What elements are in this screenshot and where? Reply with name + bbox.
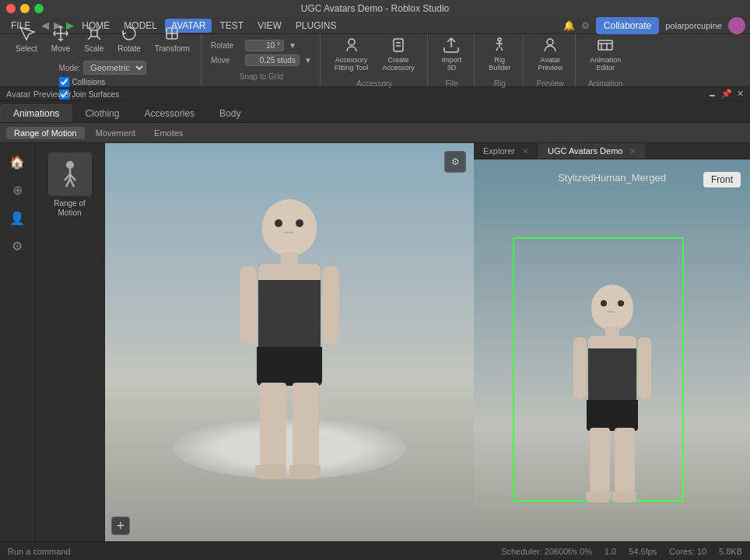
avatar-foot-left bbox=[255, 465, 286, 479]
move-tool[interactable]: Move bbox=[45, 21, 76, 56]
model-name: StylizedHuman_Merged bbox=[558, 172, 666, 184]
notification-icon[interactable]: 🔔 bbox=[563, 20, 575, 31]
right-avatar-shorts bbox=[587, 400, 638, 431]
window-title: UGC Avatars Demo - Roblox Studio bbox=[301, 3, 450, 14]
cores-value: Cores: 10 bbox=[669, 547, 706, 556]
left-sidebar: 🏠 ⊕ 👤 ⚙ bbox=[0, 143, 35, 541]
animation-editor-btn[interactable]: AnimationEditor bbox=[584, 33, 627, 75]
file-group: Import3D File bbox=[429, 34, 475, 86]
animation-label: Range ofMotion bbox=[54, 199, 86, 218]
viewport-settings-btn[interactable]: ⚙ bbox=[444, 151, 466, 173]
right-avatar-arm-right bbox=[638, 338, 651, 398]
avatar-arm-left bbox=[240, 266, 257, 344]
right-avatar bbox=[566, 285, 659, 495]
animations-panel: Range ofMotion bbox=[35, 143, 105, 541]
rig-builder-btn[interactable]: RigBuilder bbox=[482, 33, 517, 75]
header-controls[interactable]: 🗕 📌 ✕ bbox=[708, 89, 744, 99]
add-button[interactable]: + bbox=[111, 516, 130, 535]
avatar-shorts bbox=[257, 347, 322, 386]
tab-clothing[interactable]: Clothing bbox=[72, 105, 131, 122]
tab-body[interactable]: Body bbox=[207, 105, 253, 122]
sidebar-icon-home[interactable]: 🏠 bbox=[5, 149, 30, 174]
animation-group: AnimationEditor Animation bbox=[577, 34, 633, 86]
avatar-figure bbox=[227, 199, 352, 464]
right-panel: Explorer ✕ UGC Avatars Demo ✕ StylizedHu… bbox=[474, 143, 750, 541]
svg-line-25 bbox=[66, 179, 70, 187]
ugc-close-icon[interactable]: ✕ bbox=[629, 147, 636, 156]
size-value: 5.8KB bbox=[719, 547, 742, 556]
menu-test[interactable]: TEST bbox=[213, 19, 250, 33]
right-tab-explorer[interactable]: Explorer ✕ bbox=[474, 143, 538, 159]
svg-point-15 bbox=[498, 38, 501, 41]
close-button[interactable] bbox=[6, 4, 16, 13]
menu-view[interactable]: VIEW bbox=[251, 19, 288, 33]
view-front-button[interactable]: Front bbox=[703, 172, 741, 187]
avatar-eye-right bbox=[296, 219, 303, 227]
menu-plugins[interactable]: PLUGINS bbox=[289, 19, 343, 33]
username: polarporcupine bbox=[665, 21, 722, 30]
avatar-arm-right bbox=[322, 266, 339, 344]
accessory-fitting-tool-btn[interactable]: AccessoryFitting Tool bbox=[328, 33, 374, 75]
right-avatar-head bbox=[591, 285, 633, 330]
subtab-range-of-motion[interactable]: Range of Motion bbox=[6, 127, 85, 139]
framerate-value: 54.6fps bbox=[629, 547, 657, 556]
avatar-3d bbox=[227, 199, 352, 464]
fps-value: 1.0 bbox=[605, 547, 616, 556]
scheduler-status: Scheduler: 20600f/s 0% bbox=[501, 547, 592, 556]
pin-panel-icon[interactable]: 📌 bbox=[721, 89, 732, 99]
toolbar: Select Move Scale Rotate Transform Mode: bbox=[0, 34, 750, 87]
right-panel-viewport[interactable]: StylizedHuman_Merged Front bbox=[474, 159, 750, 541]
settings-icon[interactable]: ⚙ bbox=[581, 20, 590, 31]
animation-item-range-of-motion[interactable]: Range ofMotion bbox=[39, 149, 101, 221]
svg-rect-11 bbox=[394, 39, 403, 51]
scale-tool[interactable]: Scale bbox=[78, 21, 110, 56]
avatar-eye-left bbox=[275, 219, 282, 227]
tools-group: Select Move Scale Rotate Transform Mode: bbox=[5, 34, 202, 86]
transform-tool[interactable]: Transform bbox=[149, 21, 196, 56]
right-avatar-foot-right bbox=[612, 492, 636, 502]
right-avatar-leg-left bbox=[590, 428, 610, 495]
tab-animations[interactable]: Animations bbox=[0, 104, 72, 122]
minimize-button[interactable] bbox=[20, 4, 30, 13]
command-prompt[interactable]: Run a command bbox=[8, 547, 489, 556]
right-avatar-figure bbox=[566, 285, 659, 495]
svg-point-16 bbox=[547, 39, 553, 45]
panels-area: 🏠 ⊕ 👤 ⚙ Range ofMotion ⚙ bbox=[0, 143, 750, 541]
status-bar: Run a command Scheduler: 20600f/s 0% 1.0… bbox=[0, 541, 750, 560]
svg-line-3 bbox=[88, 27, 91, 30]
sidebar-icon-person[interactable]: 👤 bbox=[5, 205, 30, 230]
tabs-bar: Animations Clothing Accessories Body bbox=[0, 101, 750, 123]
right-tab-ugc[interactable]: UGC Avatars Demo ✕ bbox=[538, 143, 646, 159]
animation-thumbnail bbox=[48, 152, 92, 196]
select-tool[interactable]: Select bbox=[9, 21, 44, 56]
import-3d-btn[interactable]: Import3D bbox=[436, 33, 468, 75]
rotate-tool[interactable]: Rotate bbox=[111, 21, 146, 56]
svg-point-21 bbox=[66, 161, 74, 169]
create-accessory-btn[interactable]: CreateAccessory bbox=[376, 33, 421, 75]
subtab-emotes[interactable]: Emotes bbox=[146, 127, 191, 139]
traffic-lights[interactable] bbox=[6, 4, 44, 13]
collaborate-button[interactable]: Collaborate bbox=[596, 17, 659, 34]
close-panel-icon[interactable]: ✕ bbox=[737, 89, 744, 99]
maximize-button[interactable] bbox=[34, 4, 44, 13]
tab-accessories[interactable]: Accessories bbox=[131, 105, 207, 122]
sidebar-icon-settings[interactable]: ⚙ bbox=[5, 233, 30, 258]
subtab-movement[interactable]: Movement bbox=[88, 127, 143, 139]
svg-rect-2 bbox=[91, 30, 97, 37]
right-avatar-leg-right bbox=[615, 428, 635, 495]
avatar-preview-btn[interactable]: AvatarPreview bbox=[531, 33, 569, 75]
preview-group: AvatarPreview Preview bbox=[525, 34, 576, 86]
collisions-checkbox[interactable] bbox=[59, 77, 69, 87]
explorer-close-icon[interactable]: ✕ bbox=[522, 147, 528, 156]
avatar-previewer-title: Avatar Previewer bbox=[6, 89, 72, 99]
sidebar-icon-move[interactable]: ⊕ bbox=[5, 177, 30, 202]
right-avatar-eye-left bbox=[601, 300, 607, 306]
viewport[interactable]: ⚙ bbox=[105, 143, 474, 541]
avatar-icon bbox=[728, 17, 745, 34]
accessory-group: AccessoryFitting Tool CreateAccessory Ac… bbox=[322, 34, 428, 86]
avatar-leg-left bbox=[260, 383, 286, 468]
mode-select[interactable]: Geometric bbox=[83, 61, 146, 75]
right-avatar-foot-left bbox=[586, 492, 611, 502]
right-tabs: Explorer ✕ UGC Avatars Demo ✕ bbox=[474, 143, 750, 159]
minimize-panel-icon[interactable]: 🗕 bbox=[708, 89, 717, 99]
